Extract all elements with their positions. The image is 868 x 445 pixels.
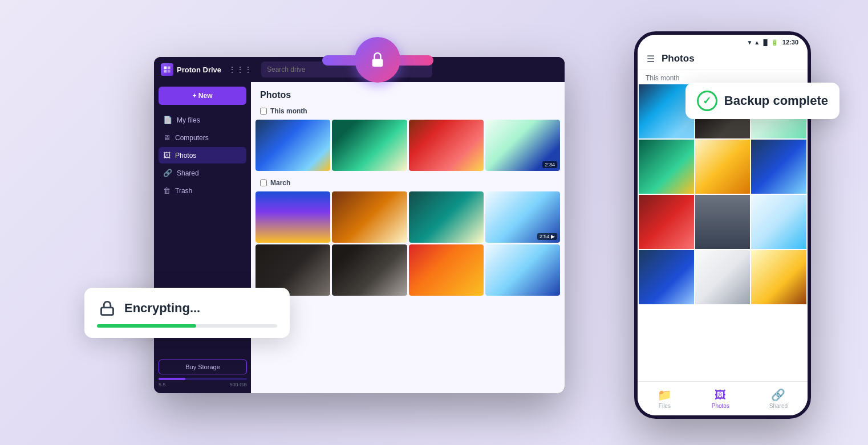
- svg-rect-3: [164, 70, 167, 73]
- phone-nav-files[interactable]: 📁 Files: [658, 388, 672, 409]
- encrypting-text: Encrypting...: [124, 301, 200, 316]
- phone-bottom-nav: 📁 Files 🖼 Photos 🔗 Shared: [638, 381, 808, 415]
- phone-nav-photos[interactable]: 🖼 Photos: [712, 389, 729, 409]
- buy-storage-button[interactable]: Buy Storage: [159, 360, 247, 374]
- sidebar-item-photos[interactable]: 🖼 Photos: [159, 147, 246, 164]
- encrypting-progress-bar: [97, 324, 277, 328]
- grid-icon: ⋮⋮⋮: [228, 65, 252, 74]
- phone-photo-cell[interactable]: [695, 140, 751, 194]
- storage-used: 5.5: [159, 382, 166, 387]
- phone-status-icons: ▼ ▲ ▐▌ 🔋: [747, 39, 778, 46]
- video-duration-badge: 2:54 ▶: [537, 233, 557, 240]
- encrypting-progress-fill: [97, 324, 196, 328]
- storage-bar: [159, 378, 247, 380]
- shared-nav-icon: 🔗: [771, 388, 785, 402]
- files-nav-label: Files: [659, 403, 671, 409]
- photo-cell[interactable]: [255, 120, 330, 171]
- storage-labels: 5.5 500 GB: [159, 382, 247, 387]
- photos-nav-label: Photos: [712, 403, 729, 409]
- photo-cell[interactable]: [255, 191, 330, 243]
- phone-photo-cell[interactable]: [751, 140, 806, 194]
- sidebar-item-label: My files: [177, 116, 200, 124]
- backup-check-icon: ✓: [697, 91, 717, 111]
- sidebar-item-label: Photos: [175, 152, 196, 160]
- photo-cell[interactable]: [409, 191, 484, 243]
- desktop-window: Proton Drive ⋮⋮⋮ + New 📄 My files 🖥 Comp…: [154, 57, 565, 393]
- storage-section: Buy Storage 5.5 500 GB: [159, 360, 247, 387]
- photo-grid-march-2: [251, 244, 565, 296]
- phone-photo-cell[interactable]: [639, 140, 694, 194]
- logo-text: Proton Drive: [177, 66, 221, 74]
- phone-photo-cell[interactable]: [639, 250, 694, 304]
- backup-text: Backup complete: [724, 93, 828, 108]
- svg-rect-5: [102, 308, 113, 315]
- main-content: Photos This month 2:34 March: [251, 82, 565, 393]
- phone-header: ☰ Photos: [638, 50, 808, 70]
- section-label: March: [270, 179, 290, 187]
- photo-cell[interactable]: 2:54 ▶: [485, 191, 560, 243]
- sidebar-item-label: Computers: [175, 134, 209, 142]
- svg-rect-2: [168, 66, 171, 69]
- section-label: This month: [270, 107, 307, 115]
- logo-icon: [161, 63, 173, 76]
- this-month-checkbox[interactable]: [260, 108, 267, 115]
- phone-photo-cell[interactable]: [751, 250, 806, 304]
- shared-nav-label: Shared: [769, 403, 788, 409]
- photo-cell[interactable]: [485, 244, 560, 296]
- photo-grid-march: 2:54 ▶: [251, 191, 565, 243]
- sidebar-item-label: Trash: [175, 187, 192, 195]
- shared-icon: 🔗: [163, 169, 172, 177]
- sidebar-item-label: Shared: [177, 169, 199, 177]
- sidebar-item-myfiles[interactable]: 📄 My files: [159, 112, 246, 128]
- sidebar: + New 📄 My files 🖥 Computers 🖼 Photos 🔗 …: [154, 82, 251, 393]
- phone-status-bar: ▼ ▲ ▐▌ 🔋 12:30: [638, 35, 808, 50]
- video-duration-badge: 2:34: [542, 161, 557, 168]
- photo-cell[interactable]: [409, 244, 484, 296]
- photo-cell[interactable]: [332, 191, 407, 243]
- sidebar-item-trash[interactable]: 🗑 Trash: [159, 182, 246, 199]
- encrypting-toast: Encrypting...: [84, 288, 290, 338]
- sidebar-item-computers[interactable]: 🖥 Computers: [159, 129, 246, 146]
- phone-photo-cell[interactable]: [751, 195, 806, 249]
- phone-photo-cell[interactable]: [695, 250, 751, 304]
- lock-badge: [355, 37, 400, 83]
- window-body: + New 📄 My files 🖥 Computers 🖼 Photos 🔗 …: [154, 82, 565, 393]
- photo-cell[interactable]: [332, 120, 407, 171]
- phone-nav-shared[interactable]: 🔗 Shared: [769, 388, 788, 409]
- phone-time: 12:30: [782, 39, 798, 46]
- march-checkbox[interactable]: [260, 179, 267, 186]
- svg-rect-4: [168, 70, 171, 73]
- files-nav-icon: 📁: [658, 388, 672, 402]
- section-march: March: [251, 177, 565, 191]
- photos-nav-icon: 🖼: [715, 389, 726, 402]
- app-logo: Proton Drive: [161, 63, 221, 76]
- new-button[interactable]: + New: [159, 87, 246, 105]
- encrypting-header: Encrypting...: [97, 298, 277, 319]
- phone-header-title: Photos: [662, 53, 695, 64]
- phone-photo-cell[interactable]: [695, 195, 751, 249]
- photo-grid-this-month: 2:34: [251, 120, 565, 171]
- lock-icon: [97, 298, 117, 319]
- computers-icon: 🖥: [163, 133, 171, 142]
- hamburger-icon[interactable]: ☰: [647, 54, 655, 64]
- photos-icon: 🖼: [163, 151, 171, 160]
- page-title: Photos: [251, 82, 565, 105]
- svg-rect-1: [164, 66, 167, 69]
- storage-total: 500 GB: [229, 382, 247, 387]
- photo-cell[interactable]: 2:34: [485, 120, 560, 171]
- storage-bar-fill: [159, 378, 185, 380]
- trash-icon: 🗑: [163, 186, 171, 195]
- sidebar-item-shared[interactable]: 🔗 Shared: [159, 165, 246, 181]
- section-this-month: This month: [251, 105, 565, 120]
- photo-cell[interactable]: [332, 244, 407, 296]
- phone-photo-cell[interactable]: [639, 195, 694, 249]
- photo-cell[interactable]: [409, 120, 484, 171]
- backup-toast: ✓ Backup complete: [686, 83, 839, 119]
- svg-rect-0: [372, 59, 383, 67]
- myfiles-icon: 📄: [163, 116, 172, 124]
